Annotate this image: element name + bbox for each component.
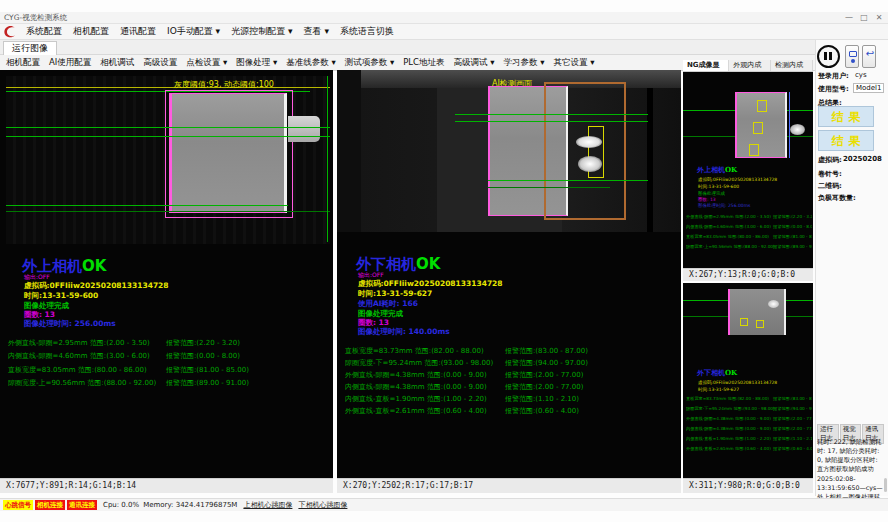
measurement-text: 隙圈宽度-上=90.56mm 范围:(88.00 - 92.00) xyxy=(8,379,156,387)
toolbar-plc-address[interactable]: PLC地址表 xyxy=(403,57,444,69)
alarm-text: 报警范围:(2.00 - 77.00) xyxy=(505,382,583,392)
mini-measurement-row: 外侧直线-直板=2.61mm 范围:(0.60 - 4.00)报警范围:(0.6… xyxy=(686,446,812,451)
toolbar-advanced-settings[interactable]: 高级设置 xyxy=(143,57,177,69)
right-view-tabs: NG成像显示 外观内成图 检测内成图 xyxy=(683,60,813,72)
measure-line-8 xyxy=(488,187,610,188)
measure-line-1 xyxy=(6,127,330,128)
toolbar-camera-debug[interactable]: 相机调试 xyxy=(100,57,134,69)
left-measurement-row: 外侧直线-隙圈=2.95mm 范围:(2.00 - 3.50)报警范围:(2.2… xyxy=(8,338,338,348)
tab-outer-image[interactable]: 外观内成图 xyxy=(729,60,771,71)
left-status-ok: OK xyxy=(82,257,106,275)
camera-icon xyxy=(849,51,857,57)
measure-line-4 xyxy=(6,211,330,212)
menu-item-view[interactable]: 查看 ▾ xyxy=(304,25,329,38)
left-measurement-row: 内侧直线-隙圈=4.60mm 范围:(3.00 - 6.00)报警范围:(0.0… xyxy=(8,351,338,361)
toolbar-baseline-params[interactable]: 基准线参数 ▾ xyxy=(286,57,335,69)
camera-connect-badge: 相机连接 xyxy=(35,500,65,510)
reflection-highlight xyxy=(578,156,602,172)
pin-number-label: 卷针号: xyxy=(818,169,842,179)
result-box-bottom: 结果 xyxy=(818,130,874,151)
menu-item-light-config[interactable]: 光源控制配置 ▾ xyxy=(231,25,292,38)
mini-done: 图像处理完成 xyxy=(698,191,725,196)
mini-barcode: 虚拟码:0FFIiiw20250208133134728 xyxy=(698,380,777,385)
alarm-text: 报警范围:(83.00 - 87.00) xyxy=(505,346,588,356)
middle-status-ok: OK xyxy=(416,255,440,273)
maximize-icon[interactable]: □ xyxy=(857,12,871,23)
camera-capture-button[interactable] xyxy=(845,45,859,68)
measurement-text: 直板宽度=83.73mm 范围:(82.00 - 88.00) xyxy=(686,396,769,401)
return-arrow-icon: ↩ xyxy=(863,48,877,59)
toolbar-test-params[interactable]: 测试项参数 ▾ xyxy=(345,57,394,69)
tab-count-label: 负极耳数量: xyxy=(818,193,856,203)
toolbar-camera-config[interactable]: 相机配置 xyxy=(6,57,40,69)
alarm-text: 报警范围:(1.10 - 2.10) xyxy=(773,436,812,441)
result-box-top: 结果 xyxy=(818,106,874,127)
middle-measurement-row: 外侧直线-隙圈=4.38mm 范围:(0.00 - 9.00)报警范围:(2.0… xyxy=(345,370,675,380)
menu-item-camera-config[interactable]: 相机配置 xyxy=(73,25,109,38)
alarm-text: 报警范围:(94.00 - 97.00) xyxy=(773,406,812,411)
tab-detect-image[interactable]: 检测内成图 xyxy=(771,60,813,71)
link-bottom-camera-heartbeat[interactable]: 下相机心跳图像 xyxy=(298,500,347,510)
menu-item-language[interactable]: 系统语言切换 xyxy=(340,25,394,38)
measurement-text: 外侧直线-隙圈=4.38mm 范围:(0.00 - 9.00) xyxy=(345,371,487,379)
middle-measurement-row: 内侧直线-隙圈=4.38mm 范围:(0.00 - 9.00)报警范围:(2.0… xyxy=(345,382,675,392)
mini-measurement-row: 直板宽度=83.73mm 范围:(82.00 - 88.00)报警范围:(83.… xyxy=(686,396,812,401)
camera-lens-dot xyxy=(851,59,855,63)
alarm-text: 报警范围:(81.00 - 85.00) xyxy=(166,365,249,375)
measurement-text: 隙圈宽度-下=95.24mm 范围:(93.00 - 98.00) xyxy=(345,359,493,367)
qr-code-label: 二维码: xyxy=(818,181,842,191)
reset-view-button[interactable]: ↩ xyxy=(862,45,876,68)
menu-item-io-config[interactable]: IO手动配置 ▾ xyxy=(167,25,220,38)
left-measurement-row: 隙圈宽度-上=90.56mm 范围:(88.00 - 92.00)报警范围:(8… xyxy=(8,378,338,388)
alarm-text: 报警范围:(0.00 - 8.00) xyxy=(166,351,240,361)
mini-top-title: 外上相机OK xyxy=(697,165,737,175)
battery-cell-region xyxy=(169,93,287,213)
measurement-text: 内侧直线-隙圈=4.60mm 范围:(3.00 - 6.00) xyxy=(686,224,771,229)
toolbar-ai-config[interactable]: AI使用配置 xyxy=(49,57,91,69)
minimize-icon[interactable]: — xyxy=(842,12,856,23)
model-value-box[interactable]: Model1 xyxy=(853,83,884,93)
status-bar: 心跳信号 相机连接 通讯连接 Cpu: 0.0% Memory: 3424.41… xyxy=(0,498,888,511)
log-scrollbar[interactable] xyxy=(884,478,887,492)
annotation-box xyxy=(753,122,763,134)
measure-line-3 xyxy=(6,205,288,206)
pause-icon xyxy=(824,52,827,60)
menu-bar: 系统配置 相机配置 通讯配置 IO手动配置 ▾ 光源控制配置 ▾ 查看 ▾ 系统… xyxy=(0,24,888,40)
threshold-overlay-text: 灰度阈值:93, 动态阈值:100 xyxy=(174,79,274,90)
mini-highlight xyxy=(768,300,779,308)
mini-status: OK xyxy=(725,368,737,377)
tab-ng-image[interactable]: NG成像显示 xyxy=(683,60,729,71)
toolbar-learning-params[interactable]: 学习参数 ▾ xyxy=(503,57,544,69)
pause-icon xyxy=(829,52,832,60)
mini-measurement-row: 内侧直线-隙圈=4.60mm 范围:(3.00 - 6.00)报警范围:(0.0… xyxy=(686,224,812,229)
pause-button[interactable] xyxy=(817,45,840,68)
annotation-box xyxy=(757,100,767,112)
toolbar-other-settings[interactable]: 其它设置 ▾ xyxy=(553,57,594,69)
measurement-text: 外侧直线-直板=2.61mm 范围:(0.60 - 4.00) xyxy=(345,407,487,415)
toolbar-image-processing[interactable]: 图像处理 ▾ xyxy=(236,57,277,69)
measure-line-7 xyxy=(488,180,648,181)
mini-measurement-row: 直板宽度=83.05mm 范围:(80.00 - 86.00)报警范围:(81.… xyxy=(686,234,812,239)
gripper-part xyxy=(288,116,320,142)
menu-item-comm-config[interactable]: 通讯配置 xyxy=(120,25,156,38)
toolbar-advanced-debug[interactable]: 高级调试 ▾ xyxy=(454,57,495,69)
menu-item-system-config[interactable]: 系统配置 xyxy=(26,25,62,38)
tab-run-image[interactable]: 运行图像 xyxy=(3,41,57,55)
measure-line-6 xyxy=(455,121,648,122)
mini-highlight xyxy=(790,124,805,135)
middle-process-time: 图像处理时间: 140.00ms xyxy=(358,327,450,337)
middle-measurement-row: 外侧直线-直板=2.61mm 范围:(0.60 - 4.00)报警范围:(0.6… xyxy=(345,406,675,416)
app-window: CYG-视觉检测系统 — □ ✕ 系统配置 相机配置 通讯配置 IO手动配置 ▾… xyxy=(0,0,888,522)
blue-guide-line xyxy=(789,92,790,158)
mini-barcode: 虚拟码:0FFIiiw20250208133134728 xyxy=(698,177,777,182)
middle-pixel-readout: X:270;Y:2502;R:17;G:17;B:17 xyxy=(337,478,681,493)
close-icon[interactable]: ✕ xyxy=(872,12,886,23)
title-bar: CYG-视觉检测系统 — □ ✕ xyxy=(0,12,888,24)
toolbar-spotcheck-settings[interactable]: 点检设置 ▾ xyxy=(186,57,227,69)
left-process-time: 图像处理时间: 256.00ms xyxy=(24,319,116,329)
mini-bottom-title: 外下相机OK xyxy=(697,368,737,378)
log-line: 耗时: 222, 缺陷检测耗时: 17, 缺陷分类耗时: 0, 缺陷提取分区耗时… xyxy=(817,437,883,464)
measurement-text: 外侧直线-隙圈=2.95mm 范围:(2.00 - 3.50) xyxy=(8,339,150,347)
link-top-camera-heartbeat[interactable]: 上相机心跳图像 xyxy=(243,500,292,510)
login-user-label: 登录用户: xyxy=(818,71,849,81)
